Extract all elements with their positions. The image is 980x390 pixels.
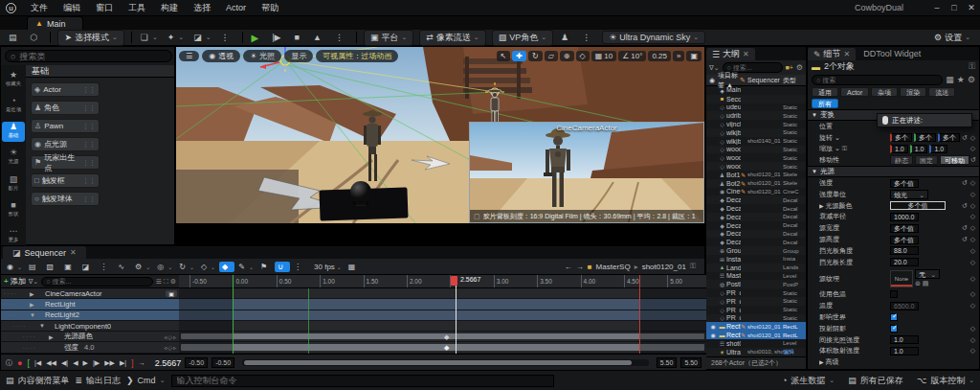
- settings-wrench-icon[interactable]: ⚙ ⌄: [132, 262, 153, 272]
- outliner-row[interactable]: ◍ PostPro PostP: [706, 280, 806, 288]
- keyframe-icon[interactable]: ◇: [969, 247, 977, 255]
- filter-chip[interactable]: 杂项: [871, 87, 898, 97]
- timeline-track-area[interactable]: [179, 288, 706, 354]
- attenuation-radius-field[interactable]: 1000.0: [890, 213, 919, 221]
- rail-shapes[interactable]: ■ 形状: [2, 199, 25, 219]
- timeline-lane[interactable]: [179, 332, 706, 342]
- platforms-button[interactable]: ▣ 平台 ⌄: [364, 30, 413, 46]
- outliner-row[interactable]: ◇ PR_can Static: [706, 297, 806, 306]
- keyframe-nav-icons[interactable]: ◃◇▹: [164, 344, 177, 351]
- jump-forward-button[interactable]: ▶▶: [104, 359, 115, 367]
- browse-sequence-icon[interactable]: ▧: [44, 262, 61, 272]
- place-actor-item[interactable]: ♟ 角色 ⋮⋮: [31, 101, 100, 115]
- keyframe-icon[interactable]: ◇: [969, 191, 977, 198]
- revision-control-button[interactable]: ⌥ 版本控制 ⌄: [917, 375, 974, 387]
- keyframe-icon[interactable]: ◇: [969, 336, 977, 344]
- sequencer-search-input[interactable]: ○: [41, 277, 152, 287]
- drag-grip-icon[interactable]: ⋮⋮: [82, 104, 96, 112]
- timeline-lane[interactable]: [179, 310, 706, 321]
- track-state-icons[interactable]: ∙∙∙∙: [20, 333, 49, 339]
- fps-button[interactable]: 30 fps ⌄: [309, 262, 345, 272]
- texture-browse-icons[interactable]: ⊚ ▤: [915, 280, 940, 287]
- outliner-row[interactable]: ◇ vijncb Static: [706, 120, 806, 128]
- outliner-row[interactable]: ⊞ Instanc Insta: [706, 255, 806, 264]
- outliner-row[interactable]: ◇ PR_can Static: [706, 314, 806, 323]
- source-height-field[interactable]: 多个值: [890, 236, 919, 244]
- outliner-row[interactable]: ◇ PR_can Static: [706, 288, 806, 297]
- play-options-icon[interactable]: ⋮: [330, 33, 352, 42]
- eye-icon[interactable]: ◉: [708, 323, 718, 330]
- timeline-lane[interactable]: [179, 321, 706, 332]
- rotation-x-field[interactable]: 多个: [890, 133, 912, 142]
- reset-icon[interactable]: ↺: [969, 156, 977, 164]
- play-reverse-button[interactable]: ◀: [73, 359, 78, 367]
- affects-world-checkbox[interactable]: [890, 313, 898, 321]
- type-column-header[interactable]: 类型: [783, 76, 806, 85]
- jump-back-button[interactable]: ◀◀: [46, 359, 56, 367]
- reset-icon[interactable]: ↺: [961, 202, 969, 210]
- keyframe-icon[interactable]: ◇: [969, 347, 977, 355]
- light-color-swatch[interactable]: 多个值: [890, 201, 946, 210]
- volumetric-intensity-field[interactable]: 1.0: [890, 347, 919, 356]
- expand-arrow-icon[interactable]: ▶: [30, 301, 36, 308]
- working-range-start-field[interactable]: -0.50: [212, 357, 234, 368]
- cinematics-icon[interactable]: ◪ ⌄: [189, 33, 215, 42]
- drag-grip-icon[interactable]: ⋮⋮: [82, 177, 96, 185]
- source-width-field[interactable]: 多个值: [890, 224, 919, 233]
- outliner-row[interactable]: ◆ DecalAc Decal: [706, 213, 806, 221]
- toolbar-more-icon[interactable]: ⋮: [216, 33, 238, 42]
- toolbar-more-icon[interactable]: ⋮: [577, 33, 599, 42]
- keyframe-icon[interactable]: ◇: [969, 275, 977, 283]
- keyframe-icon[interactable]: ◇: [969, 236, 977, 243]
- keyframe-icon[interactable]: ◇: [969, 145, 977, 152]
- sequence-options-icon[interactable]: ◉ ⌄: [4, 262, 25, 272]
- timeline-lane[interactable]: [179, 288, 706, 299]
- skip-next-button[interactable]: |▶: [267, 33, 289, 42]
- keyframe-icon[interactable]: ◇: [969, 224, 977, 232]
- menu-item[interactable]: 文件: [23, 0, 56, 16]
- place-actor-item[interactable]: ♙ Pawn ⋮⋮: [31, 119, 100, 133]
- rail-more[interactable]: ⋯ 更多: [2, 226, 25, 246]
- outliner-row[interactable]: ◆ DecalAc Decal: [706, 238, 806, 246]
- track-state-icons[interactable]: ∙∙∙∙: [1, 301, 30, 307]
- drag-grip-icon[interactable]: ⋮⋮: [82, 86, 96, 94]
- menu-item[interactable]: 帮助: [254, 0, 286, 16]
- maximize-button[interactable]: □: [946, 1, 963, 15]
- sequencer-track-row[interactable]: ∙∙∙∙ ▶ RectLight: [1, 299, 179, 310]
- details-settings-icon[interactable]: ⚙: [968, 75, 975, 84]
- marker-icon[interactable]: ⚑: [257, 262, 274, 272]
- move-tool-icon[interactable]: ✚: [512, 51, 526, 61]
- to-end-button[interactable]: ▶|: [120, 359, 126, 367]
- back-icon[interactable]: ←: [565, 263, 572, 271]
- reset-icon[interactable]: ↺: [961, 134, 969, 142]
- place-actor-item[interactable]: ◈ Actor ⋮⋮: [31, 82, 100, 97]
- filter-chip[interactable]: 通用: [812, 87, 838, 97]
- stop-button[interactable]: ■: [290, 33, 308, 42]
- loop-button[interactable]: →: [139, 359, 145, 366]
- display-filter-icon[interactable]: ▦: [946, 75, 954, 84]
- keyframe-icon[interactable]: ◇: [969, 134, 977, 142]
- save-icon[interactable]: ▤: [4, 33, 26, 42]
- track-state-icons[interactable]: ∙∙∙∙: [20, 345, 49, 351]
- outliner-row[interactable]: ◆ DecalAc Decal: [706, 204, 806, 213]
- close-icon[interactable]: ✕: [844, 50, 851, 58]
- outliner-row[interactable]: ◇ udeui Static: [706, 103, 806, 112]
- keyframe-icon[interactable]: ◇: [969, 202, 977, 210]
- world-local-toggle-icon[interactable]: ⊕: [560, 51, 574, 61]
- place-actor-item[interactable]: □ 触发框 ⋮⋮: [31, 173, 100, 188]
- outliner-row[interactable]: ◆ DecalAc Decal: [706, 195, 806, 204]
- keyframe-icon[interactable]: ◇: [969, 302, 977, 310]
- search-input[interactable]: [19, 52, 167, 61]
- sequencer-column-header[interactable]: Sequencer: [747, 77, 783, 83]
- keyframe-icon[interactable]: ◇: [969, 213, 977, 220]
- maximize-viewport-icon[interactable]: ▣: [686, 51, 702, 61]
- texture-dropdown[interactable]: 无⌄: [915, 269, 940, 279]
- filter-chip[interactable]: 流送: [928, 87, 955, 97]
- indirect-intensity-field[interactable]: 1.0: [890, 335, 919, 344]
- scale-x-field[interactable]: 1.0: [890, 145, 908, 153]
- timeline-ruler[interactable]: -0.500.000.501.001.502.003.003.504.004.5…: [179, 275, 706, 288]
- close-button[interactable]: ✕: [963, 1, 980, 15]
- blueprints-icon[interactable]: ✦ ⌄: [163, 33, 189, 42]
- rail-lights[interactable]: ☀ 光源: [2, 148, 25, 168]
- view-range-start-field[interactable]: -0.50: [185, 357, 208, 368]
